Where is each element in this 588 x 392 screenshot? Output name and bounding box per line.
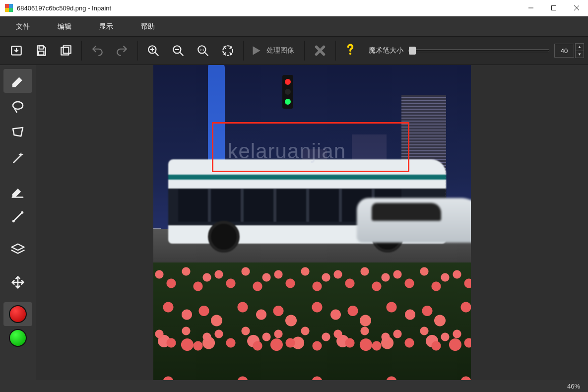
undo-button[interactable]	[85, 39, 110, 63]
maximize-button[interactable]	[542, 0, 565, 16]
red-dot-icon	[9, 305, 27, 323]
tool-lasso[interactable]	[3, 95, 32, 119]
svg-line-15	[180, 52, 183, 56]
statusbar: 46%	[36, 380, 588, 392]
svg-line-18	[204, 52, 208, 56]
tool-eraser[interactable]	[3, 179, 32, 203]
svg-marker-21	[253, 46, 261, 55]
eraser-marker-icon	[10, 73, 25, 88]
svg-line-29	[14, 213, 22, 221]
menu-edit[interactable]: 编辑	[44, 16, 85, 36]
move-icon	[10, 275, 25, 290]
titlebar: 68406197c6bc509d.png - Inpaint	[0, 0, 588, 16]
batch-button[interactable]	[54, 39, 78, 63]
body: kelaruanjian 46%	[0, 65, 588, 392]
window-title: 68406197c6bc509d.png - Inpaint	[17, 4, 111, 12]
magic-wand-icon	[10, 151, 25, 166]
spin-down[interactable]: ▼	[576, 51, 584, 58]
redo-button[interactable]	[110, 39, 134, 63]
help-button[interactable]	[339, 43, 362, 58]
sidebar	[0, 65, 36, 392]
selection-rectangle	[212, 122, 409, 172]
tool-move[interactable]	[3, 270, 32, 294]
svg-text:1:1: 1:1	[199, 48, 205, 52]
tool-magic-wand[interactable]	[3, 146, 32, 170]
svg-line-25	[13, 155, 21, 163]
tool-marker[interactable]	[3, 69, 32, 93]
brush-size-value[interactable]: 40	[554, 44, 574, 58]
zoom-fit-button[interactable]	[215, 39, 240, 63]
tool-donor[interactable]	[3, 238, 32, 261]
line-icon	[10, 209, 25, 224]
menu-help[interactable]: 帮助	[127, 16, 169, 36]
svg-line-11	[155, 52, 158, 56]
app-window: 68406197c6bc509d.png - Inpaint 文件 编辑 显示 …	[0, 0, 588, 392]
brush-size-label: 魔术笔大小	[369, 46, 403, 55]
canvas-area: kelaruanjian 46%	[36, 65, 588, 392]
tool-line[interactable]	[3, 205, 32, 229]
layers-icon	[10, 242, 25, 257]
canvas-viewport[interactable]: kelaruanjian	[36, 65, 588, 380]
svg-rect-6	[39, 46, 44, 49]
polygon-icon	[10, 125, 25, 140]
menu-view[interactable]: 显示	[85, 16, 127, 36]
process-label: 处理图像	[266, 46, 294, 55]
mask-color-red[interactable]	[3, 302, 32, 326]
zoom-level: 46%	[567, 383, 580, 390]
minimize-button[interactable]	[520, 0, 542, 16]
zoom-in-button[interactable]	[141, 39, 166, 63]
image-canvas[interactable]: kelaruanjian	[153, 65, 471, 380]
spin-up[interactable]: ▲	[576, 44, 584, 51]
menu-file[interactable]: 文件	[2, 16, 44, 36]
svg-rect-1	[552, 6, 556, 10]
svg-point-22	[349, 53, 351, 55]
green-dot-icon	[9, 329, 27, 347]
cancel-button[interactable]	[308, 39, 332, 63]
play-icon	[250, 44, 262, 57]
save-button[interactable]	[29, 39, 54, 63]
toolbar: 1:1 处理图像 魔术笔大小 40 ▲▼	[0, 36, 588, 65]
open-button[interactable]	[4, 39, 29, 63]
question-icon	[344, 43, 357, 56]
zoom-actual-button[interactable]: 1:1	[191, 39, 215, 63]
tool-polygon[interactable]	[3, 121, 32, 144]
brush-size-spinner[interactable]: ▲▼	[575, 43, 584, 58]
svg-marker-24	[13, 128, 23, 136]
zoom-out-button[interactable]	[166, 39, 191, 63]
lasso-icon	[10, 99, 25, 114]
brush-size-slider[interactable]	[408, 49, 549, 52]
app-icon	[5, 4, 13, 12]
svg-marker-30	[12, 244, 24, 251]
mask-color-green[interactable]	[3, 326, 32, 350]
slider-thumb[interactable]	[409, 47, 416, 55]
svg-rect-7	[39, 51, 44, 55]
process-button[interactable]: 处理图像	[247, 44, 301, 57]
eraser-icon	[10, 184, 25, 198]
menubar: 文件 编辑 显示 帮助	[0, 16, 588, 36]
close-button[interactable]	[565, 0, 588, 16]
